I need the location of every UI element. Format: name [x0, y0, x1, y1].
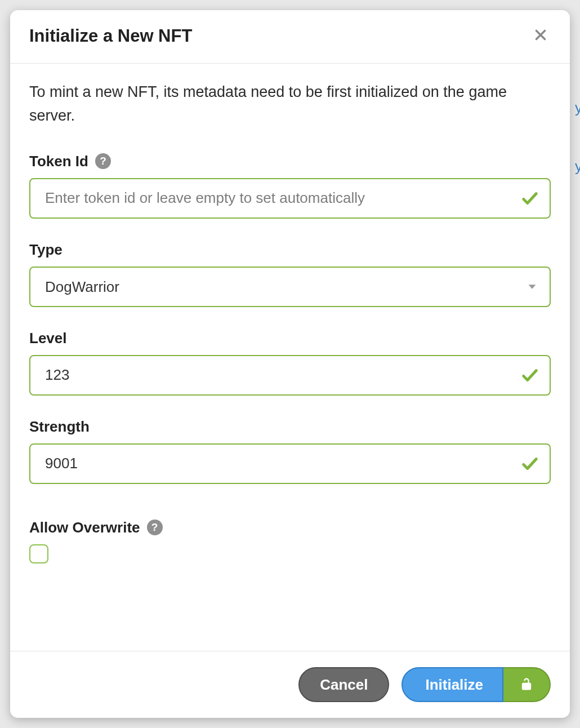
close-button[interactable] [530, 26, 551, 46]
field-allow-overwrite: Allow Overwrite ? [29, 519, 551, 566]
type-label-row: Type [29, 241, 551, 259]
token-id-input[interactable] [29, 178, 551, 219]
type-select[interactable]: DogWarrior [29, 267, 551, 307]
initialize-button[interactable]: Initialize [401, 667, 503, 702]
token-id-label-row: Token Id ? [29, 153, 551, 170]
initialize-button-group: Initialize [401, 667, 551, 702]
level-input[interactable] [29, 355, 551, 396]
field-token-id: Token Id ? [29, 153, 551, 219]
allow-overwrite-label: Allow Overwrite [29, 519, 140, 536]
modal-body: To mint a new NFT, its metadata need to … [10, 64, 570, 651]
bg-fragment: y [575, 158, 580, 175]
close-icon [533, 28, 548, 45]
unlock-button[interactable] [503, 667, 551, 702]
allow-overwrite-checkbox[interactable] [29, 544, 48, 563]
level-label-row: Level [29, 330, 551, 347]
level-label: Level [29, 330, 67, 347]
token-id-label: Token Id [29, 153, 88, 170]
field-type: Type DogWarrior [29, 241, 551, 307]
help-icon[interactable]: ? [147, 520, 163, 535]
strength-label: Strength [29, 418, 90, 436]
bg-fragment: y [575, 99, 580, 117]
strength-input[interactable] [29, 443, 551, 484]
unlock-icon [519, 676, 534, 694]
field-level: Level [29, 330, 551, 396]
modal-title: Initialize a New NFT [29, 26, 192, 46]
cancel-button[interactable]: Cancel [298, 667, 389, 702]
strength-label-row: Strength [29, 418, 551, 436]
field-strength: Strength [29, 418, 551, 484]
type-label: Type [29, 241, 63, 259]
initialize-nft-modal: Initialize a New NFT To mint a new NFT, … [10, 10, 570, 718]
modal-header: Initialize a New NFT [10, 10, 570, 64]
allow-overwrite-label-row: Allow Overwrite ? [29, 519, 551, 536]
modal-footer: Cancel Initialize [10, 651, 570, 718]
modal-intro-text: To mint a new NFT, its metadata need to … [29, 81, 551, 128]
help-icon[interactable]: ? [95, 153, 111, 169]
